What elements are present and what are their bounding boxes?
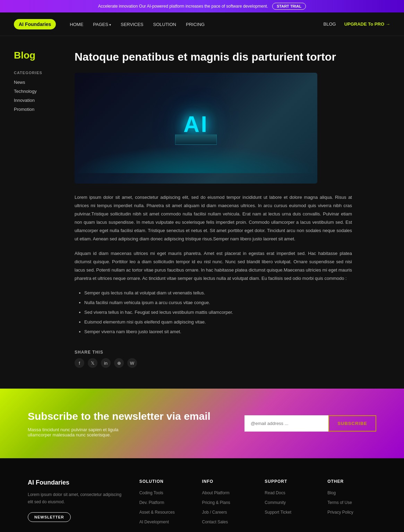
footer-col-other-heading: OTHER	[327, 479, 376, 484]
footer-link[interactable]: Community	[265, 499, 313, 505]
list-item: Sed viverra tellus in hac. Feugiat sed l…	[84, 308, 352, 317]
article-paragraph-2: Aliquam id diam maecenas ultrices mi ege…	[75, 249, 352, 283]
ai-glow-text: AI	[183, 112, 208, 137]
subscribe-button[interactable]: SUBSCRIBE	[328, 415, 376, 432]
footer-top: AI Foundaries Lorem ipsum dolor sit amet…	[28, 479, 376, 528]
article-image: AI	[75, 73, 317, 184]
nav-item-home[interactable]: HOME	[70, 21, 83, 27]
footer-col-solution-links: Coding Tools Dev. Platform Asset & Resou…	[139, 489, 188, 525]
ai-chip-visual: AI	[175, 112, 217, 145]
footer-link[interactable]: Read Docs	[265, 489, 313, 496]
footer-link[interactable]: Coding Tools	[139, 489, 188, 496]
footer-brand-description: Lorem ipsum dolor sit amet, consectetur …	[28, 491, 126, 505]
footer-col-solution: SOLUTION Coding Tools Dev. Platform Asse…	[139, 479, 188, 528]
newsletter-form: SUBSCRIBE	[244, 415, 376, 432]
footer-link[interactable]: Asset & Resources	[139, 509, 188, 515]
category-news[interactable]: News	[14, 79, 54, 85]
category-promotion[interactable]: Promotion	[14, 106, 54, 112]
footer-brand-name: AI Foundaries	[28, 479, 126, 486]
main-layout: Blog CATEGORIES News Technology Innovati…	[0, 36, 404, 389]
share-linkedin-icon[interactable]: in	[101, 358, 111, 368]
footer-link[interactable]: Privacy Policy	[327, 509, 376, 515]
category-list: News Technology Innovation Promotion	[14, 79, 54, 112]
newsletter-badge[interactable]: NEWSLETTER	[28, 512, 71, 522]
article-content: Natoque penatibus et magnis dis parturie…	[61, 36, 373, 389]
footer-link[interactable]: Job / Careers	[202, 509, 251, 515]
share-whatsapp-icon[interactable]: ⊕	[114, 358, 124, 368]
list-item: Semper viverra nam libero justo laoreet …	[84, 328, 352, 336]
footer-col-support-heading: SUPPORT	[265, 479, 313, 484]
article-paragraph-1: Lorem ipsum dolor sit amet, consectetur …	[75, 193, 352, 243]
footer-col-info: INFO About Platform Pricing & Plans Job …	[202, 479, 251, 528]
footer-link[interactable]: Pricing & Plans	[202, 499, 251, 505]
footer-brand: AI Foundaries Lorem ipsum dolor sit amet…	[28, 479, 126, 528]
share-label: SHARE THIS	[75, 350, 352, 355]
list-item: Euismod elementum nisi quis eleifend qua…	[84, 318, 352, 326]
banner-text: Accelerate innovation Our AI-powered pla…	[98, 4, 268, 9]
footer-col-info-heading: INFO	[202, 479, 251, 484]
newsletter-description: Massa tincidunt nunc pulvinar sapien et …	[28, 427, 139, 437]
trial-button[interactable]: START TRIAL	[272, 3, 306, 10]
share-section: SHARE THIS f 𝕏 in ⊕ W	[75, 344, 352, 368]
share-icons: f 𝕏 in ⊕ W	[75, 358, 352, 368]
footer-link[interactable]: Terms of Use	[327, 499, 376, 505]
share-facebook-icon[interactable]: f	[75, 358, 84, 368]
email-input[interactable]	[244, 415, 328, 432]
newsletter-section: Subscribe to the newsletter via email Ma…	[0, 389, 404, 458]
newsletter-text: Subscribe to the newsletter via email Ma…	[28, 409, 210, 437]
footer-link[interactable]: Contact Sales	[202, 518, 251, 525]
sidebar: Blog CATEGORIES News Technology Innovati…	[0, 36, 61, 389]
footer-link[interactable]: Blog	[327, 489, 376, 496]
list-item: Nulla facilisi nullam vehicula ipsum a a…	[84, 299, 352, 307]
nav-item-pages[interactable]: PAGES	[93, 21, 111, 27]
footer-col-other: OTHER Blog Terms of Use Privacy Policy	[327, 479, 376, 528]
nav-item-solution[interactable]: SOLUTION	[153, 21, 176, 27]
nav-links: HOME PAGES SERVICES SOLUTION PRICING	[70, 21, 323, 27]
nav-right: BLOG UPGRADE To PRO	[324, 21, 390, 27]
categories-label: CATEGORIES	[14, 71, 54, 75]
upgrade-button[interactable]: UPGRADE To PRO	[344, 21, 390, 27]
footer-col-support-links: Read Docs Community Support Ticket	[265, 489, 313, 515]
nav-item-pricing[interactable]: PRICING	[186, 21, 205, 27]
article-title: Natoque penatibus et magnis dis parturie…	[75, 50, 352, 64]
sidebar-title: Blog	[14, 50, 54, 61]
navbar: AI Foundaries HOME PAGES SERVICES SOLUTI…	[0, 12, 404, 36]
article-list: Semper quis lectus nulla at volutpat dia…	[75, 289, 352, 336]
footer-link[interactable]: Support Ticket	[265, 509, 313, 515]
logo[interactable]: AI Foundaries	[14, 19, 56, 29]
footer-link[interactable]: Dev. Platform	[139, 499, 188, 505]
top-banner: Accelerate innovation Our AI-powered pla…	[0, 0, 404, 12]
share-wordpress-icon[interactable]: W	[127, 358, 137, 368]
nav-blog-link[interactable]: BLOG	[324, 21, 336, 27]
list-item: Semper quis lectus nulla at volutpat dia…	[84, 289, 352, 297]
footer-col-other-links: Blog Terms of Use Privacy Policy	[327, 489, 376, 515]
category-innovation[interactable]: Innovation	[14, 97, 54, 103]
footer-col-info-links: About Platform Pricing & Plans Job / Car…	[202, 489, 251, 525]
category-technology[interactable]: Technology	[14, 88, 54, 94]
newsletter-title: Subscribe to the newsletter via email	[28, 409, 210, 423]
chip-base	[175, 134, 217, 145]
footer: AI Foundaries Lorem ipsum dolor sit amet…	[0, 458, 404, 532]
footer-link[interactable]: AI Development	[139, 518, 188, 525]
circuit-decoration	[75, 145, 317, 173]
footer-col-solution-heading: SOLUTION	[139, 479, 188, 484]
article-body: Lorem ipsum dolor sit amet, consectetur …	[75, 193, 352, 336]
footer-link[interactable]: About Platform	[202, 489, 251, 496]
share-twitter-icon[interactable]: 𝕏	[88, 358, 97, 368]
nav-item-services[interactable]: SERVICES	[121, 21, 144, 27]
footer-col-support: SUPPORT Read Docs Community Support Tick…	[265, 479, 313, 528]
